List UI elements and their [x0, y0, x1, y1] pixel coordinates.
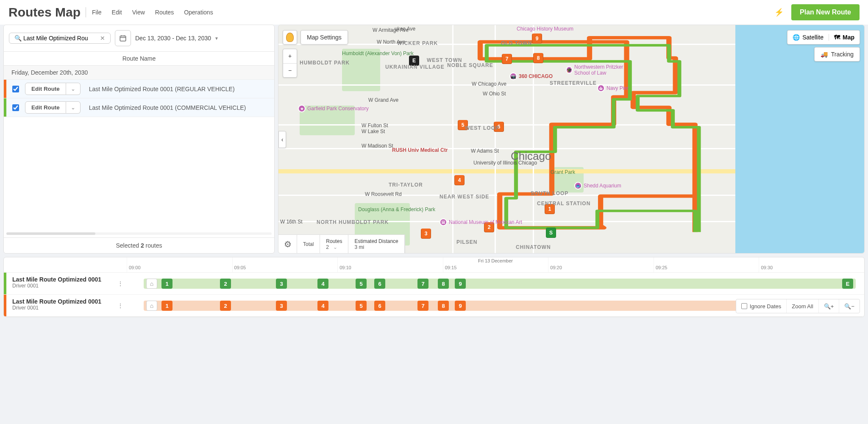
collapse-panel-button[interactable]: ‹: [278, 131, 286, 148]
route-name: Last Mile Optimized Route 0001 (COMMERCI…: [89, 104, 246, 111]
time-tick: 09:15: [443, 257, 548, 272]
timeline-controls: Ignore Dates Zoom All 🔍+ 🔍−: [736, 299, 860, 313]
routes-count-cell: Routes 2⌄: [320, 235, 348, 253]
poi[interactable]: 📷360 CHICAGO: [509, 73, 553, 80]
edit-route-button[interactable]: Edit Route: [25, 101, 66, 114]
start-pin[interactable]: S: [546, 228, 556, 238]
waypoint[interactable]: 3: [276, 301, 287, 311]
waypoint[interactable]: 7: [417, 279, 428, 289]
home-icon[interactable]: ⌂: [146, 301, 157, 311]
route-color-bar: [4, 80, 6, 98]
zoom-in-button[interactable]: +: [283, 49, 297, 64]
poi[interactable]: 🎓Northwestern Pritzker School of Law: [566, 64, 625, 76]
chevron-down-icon[interactable]: ⌄: [333, 244, 337, 250]
routes-list-panel: 🔍 ✕ Dec 13, 2030 - Dec 13, 2030 ▼ Route …: [3, 25, 275, 254]
poi-icon: ⛴: [597, 84, 605, 92]
satellite-button[interactable]: 🌐Satellite: [787, 34, 829, 41]
timeline-row-label[interactable]: Last Mile Route Optimized 0001 Driver 00…: [4, 273, 114, 294]
menu-edit[interactable]: Edit: [112, 9, 122, 16]
bolt-icon[interactable]: ⚡: [774, 8, 784, 17]
waypoint[interactable]: 4: [317, 279, 328, 289]
stop-pin-3[interactable]: 3: [421, 229, 431, 239]
stop-pin-7[interactable]: 7: [502, 54, 512, 64]
neigh-label: STREETERVILLE: [550, 80, 597, 86]
street-label: W Fulton St: [362, 123, 388, 128]
total-label: Total: [297, 235, 320, 253]
zoom-all-button[interactable]: Zoom All: [787, 299, 819, 313]
map-footer-settings[interactable]: ⚙: [278, 235, 297, 253]
waypoint[interactable]: 9: [455, 301, 466, 311]
waypoint[interactable]: 8: [438, 279, 449, 289]
waypoint[interactable]: 5: [356, 301, 367, 311]
waypoint[interactable]: 5: [356, 279, 367, 289]
edit-route-dropdown[interactable]: ⌄: [66, 101, 81, 114]
street-label: W 16th St: [280, 219, 303, 225]
edit-route-dropdown[interactable]: ⌄: [66, 83, 81, 95]
menu-routes[interactable]: Routes: [155, 9, 174, 16]
waypoint[interactable]: 8: [438, 301, 449, 311]
clear-search-icon[interactable]: ✕: [98, 35, 107, 42]
home-icon[interactable]: ⌂: [146, 279, 157, 289]
stop-pin-9[interactable]: 9: [532, 33, 542, 44]
poi[interactable]: Chicago History Museum: [517, 26, 573, 32]
route-row[interactable]: Edit Route ⌄ Last Mile Optimized Route 0…: [4, 98, 274, 117]
zoom-out-timeline[interactable]: 🔍−: [839, 299, 860, 313]
waypoint[interactable]: 4: [317, 301, 328, 311]
waypoint[interactable]: 1: [161, 301, 172, 311]
poi-label: RUSH Univ Medical Ctr: [392, 147, 448, 153]
route-checkbox[interactable]: [12, 104, 19, 111]
time-tick: 09:00: [127, 257, 232, 272]
row-menu-button[interactable]: ⋮: [114, 273, 127, 294]
neigh-label: SOUTH LOOP: [531, 190, 568, 196]
route-row[interactable]: Edit Route ⌄ Last Mile Optimized Route 0…: [4, 80, 274, 98]
waypoint[interactable]: 2: [220, 301, 231, 311]
tracking-button[interactable]: 🚚Tracking: [814, 47, 860, 61]
poi[interactable]: ★Garfield Park Conservatory: [298, 105, 369, 112]
horizontal-scrollbar[interactable]: [6, 232, 272, 235]
waypoint[interactable]: 2: [220, 279, 231, 289]
ignore-dates-toggle[interactable]: Ignore Dates: [736, 299, 787, 313]
search-input-wrap[interactable]: 🔍 ✕: [9, 33, 111, 44]
search-input[interactable]: [23, 35, 98, 42]
map-panel[interactable]: S 1 2 3 4 5 6 7 8 9 E Chicago WICKER PAR…: [278, 25, 865, 254]
street-label: ukee Ave: [395, 26, 415, 32]
timeline-lane[interactable]: ⌂ 1 2 3 4 5 6 7 8 9 E: [127, 273, 864, 294]
menu-view[interactable]: View: [132, 9, 145, 16]
neigh-label: NORTH HUMBOLDT PARK: [317, 219, 389, 225]
map-settings-button[interactable]: Map Settings: [300, 30, 348, 45]
poi[interactable]: 🐟Shedd Aquarium: [574, 182, 621, 190]
calendar-button[interactable]: [115, 30, 131, 46]
route-checkbox[interactable]: [12, 86, 19, 92]
zoom-control: + −: [283, 49, 297, 78]
waypoint[interactable]: 3: [276, 279, 287, 289]
menu-file[interactable]: File: [92, 9, 102, 16]
poi[interactable]: Grant Park: [551, 169, 575, 175]
plan-new-route-button[interactable]: Plan New Route: [791, 4, 860, 20]
pegman-button[interactable]: [283, 30, 297, 45]
poi[interactable]: ⛴Navy Pier: [597, 84, 629, 92]
waypoint[interactable]: 6: [374, 279, 385, 289]
waypoint[interactable]: 1: [161, 279, 172, 289]
waypoint[interactable]: 7: [417, 301, 428, 311]
street-label: W Ohio St: [483, 91, 506, 97]
street-label: W Adams St: [471, 148, 499, 154]
waypoint[interactable]: 6: [374, 301, 385, 311]
menu-operations[interactable]: Operations: [184, 9, 213, 16]
waypoint-end[interactable]: E: [842, 279, 853, 289]
zoom-in-timeline[interactable]: 🔍+: [819, 299, 840, 313]
row-menu-button[interactable]: ⋮: [114, 295, 127, 316]
stop-pin-8[interactable]: 8: [533, 53, 543, 63]
timeline-row-label[interactable]: Last Mile Route Optimized 0001 Driver 00…: [4, 295, 114, 316]
poi[interactable]: 🏛National Museum of Mexican Art: [440, 218, 522, 226]
svg-rect-0: [120, 36, 126, 41]
lane-bar: [144, 279, 856, 289]
map-button[interactable]: 🗺Map: [829, 34, 860, 41]
waypoint[interactable]: 9: [455, 279, 466, 289]
date-range-picker[interactable]: Dec 13, 2030 - Dec 13, 2030 ▼: [135, 35, 219, 42]
street-label: W Madison St: [362, 143, 393, 149]
stop-pin-4[interactable]: 4: [454, 175, 465, 185]
zoom-out-button[interactable]: −: [283, 64, 297, 78]
neigh-label: CHINATOWN: [516, 244, 551, 250]
poi-label: Douglass (Anna & Frederick) Park: [358, 206, 405, 212]
edit-route-button[interactable]: Edit Route: [25, 83, 66, 95]
